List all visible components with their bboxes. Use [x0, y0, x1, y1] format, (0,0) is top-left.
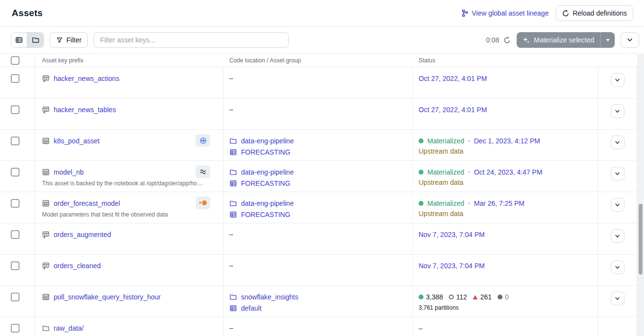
- materialized-dot-icon: [419, 138, 423, 143]
- table-plus-icon: [42, 75, 50, 82]
- scrollbar-track[interactable]: [637, 54, 644, 336]
- materialize-options-button[interactable]: [600, 32, 615, 48]
- view-global-asset-lineage-link[interactable]: View global asset lineage: [462, 9, 549, 17]
- asset-group-icon: [229, 304, 237, 312]
- asset-group-icon: [229, 148, 237, 156]
- row-expand-button[interactable]: [611, 73, 624, 87]
- row-expand-button[interactable]: [611, 229, 624, 243]
- table-icon: [42, 168, 50, 176]
- reload-definitions-button[interactable]: Reload definitions: [556, 5, 633, 21]
- code-location-link[interactable]: snowflake_insights: [229, 292, 406, 302]
- column-header-status: Status: [413, 57, 598, 64]
- compute-kind-badge: [196, 165, 210, 178]
- asset-link[interactable]: orders_augmented: [54, 231, 111, 238]
- table-row: model_nb This asset is backed by the not…: [0, 161, 637, 192]
- table-row: orders_cleaned – Nov 7, 2023, 7:04 PM: [0, 255, 637, 286]
- sparkle-icon: [523, 36, 530, 44]
- toolbar-expand-button[interactable]: [621, 32, 639, 48]
- row-checkbox[interactable]: [11, 105, 20, 114]
- table-row: hacker_news_tables – Oct 27, 2022, 4:01 …: [0, 99, 637, 130]
- materialize-selected-button[interactable]: Materialize selected: [517, 32, 600, 48]
- view-folders-icon: [32, 36, 40, 44]
- materialized-dot-icon: [419, 295, 423, 299]
- lineage-icon: [462, 9, 468, 17]
- noteable-icon: [199, 168, 207, 175]
- row-checkbox[interactable]: [11, 324, 20, 333]
- asset-link[interactable]: hacker_news_actions: [54, 75, 120, 82]
- scrollbar-thumb[interactable]: [639, 204, 643, 275]
- materialized-dot-icon: [419, 201, 423, 206]
- asset-group-link[interactable]: FORECASTING: [229, 178, 406, 188]
- asset-link[interactable]: orders_cleaned: [54, 262, 101, 270]
- row-checkbox[interactable]: [11, 293, 20, 301]
- materialization-date-link[interactable]: Oct 24, 2023, 4:47 PM: [474, 168, 542, 176]
- row-expand-button[interactable]: [611, 198, 624, 212]
- row-checkbox[interactable]: [11, 261, 20, 270]
- table-icon: [42, 137, 50, 145]
- chevron-down-icon: [627, 38, 633, 42]
- materialization-date-link[interactable]: Dec 1, 2023, 4:12 PM: [474, 137, 540, 145]
- materialization-date-link[interactable]: Oct 27, 2022, 4:01 PM: [419, 106, 487, 114]
- assets-table: Asset key prefix Code location / Asset g…: [0, 53, 637, 336]
- upstream-data-note: Upstream data: [419, 178, 592, 186]
- caret-down-icon: [606, 39, 610, 41]
- row-expand-button[interactable]: [611, 136, 624, 149]
- materialized-dot-icon: [419, 170, 423, 175]
- row-checkbox[interactable]: [11, 199, 20, 208]
- jupyter-icon: [199, 200, 207, 205]
- funnel-icon: [56, 37, 63, 43]
- row-expand-button[interactable]: [611, 104, 624, 118]
- asset-description: This asset is backed by the notebook at …: [42, 180, 210, 187]
- list-view-button[interactable]: [11, 33, 27, 47]
- materialization-date-link[interactable]: Mar 26, 7:25 PM: [474, 199, 524, 207]
- asset-group-link[interactable]: FORECASTING: [229, 210, 406, 219]
- row-expand-button[interactable]: [611, 167, 624, 180]
- select-all-checkbox[interactable]: [11, 56, 20, 65]
- missing-count: 0: [498, 293, 509, 301]
- upstream-data-note: Upstream data: [419, 147, 592, 155]
- compute-kind-badge: [196, 197, 210, 209]
- asset-link[interactable]: raw_data/: [54, 324, 83, 332]
- folder-icon: [229, 168, 237, 176]
- column-header-asset: Asset key prefix: [35, 57, 223, 64]
- refresh-icon: [562, 10, 569, 17]
- materialization-date-link[interactable]: Oct 27, 2022, 4:01 PM: [419, 75, 487, 82]
- asset-link[interactable]: hacker_news_tables: [54, 106, 116, 114]
- row-checkbox[interactable]: [11, 137, 20, 145]
- status-label: Materialized: [427, 168, 464, 176]
- materialization-date-link[interactable]: Nov 7, 2023, 7:04 PM: [419, 262, 484, 270]
- materialize-split-button: Materialize selected: [517, 32, 615, 48]
- materialization-date-link[interactable]: Nov 7, 2023, 7:04 PM: [419, 231, 484, 238]
- row-expand-button[interactable]: [611, 292, 624, 305]
- row-expand-button[interactable]: [611, 260, 624, 274]
- code-location-link[interactable]: data-eng-pipeline: [229, 198, 406, 208]
- row-checkbox[interactable]: [11, 168, 20, 177]
- asset-link[interactable]: poll_snowflake_query_history_hour: [54, 293, 161, 301]
- refresh-timer: 0:08: [486, 36, 499, 44]
- kubernetes-icon: [200, 137, 207, 144]
- dot-separator: [468, 171, 470, 173]
- search-input[interactable]: [94, 32, 289, 48]
- asset-link[interactable]: k8s_pod_asset: [54, 137, 100, 145]
- asset-group-link[interactable]: FORECASTING: [229, 147, 406, 157]
- code-location-link[interactable]: data-eng-pipeline: [229, 136, 406, 146]
- filter-button[interactable]: Filter: [50, 32, 88, 48]
- table-row: hacker_news_actions – Oct 27, 2022, 4:01…: [0, 67, 637, 99]
- empty-value: –: [229, 74, 233, 82]
- folder-icon: [42, 324, 50, 332]
- observed-count: 112: [449, 293, 467, 301]
- asset-link[interactable]: model_nb: [54, 168, 84, 176]
- row-checkbox[interactable]: [11, 74, 20, 83]
- table-icon: [42, 293, 50, 301]
- row-checkbox[interactable]: [11, 230, 20, 239]
- view-toggle: [11, 32, 44, 48]
- status-label: Materialized: [427, 137, 464, 145]
- refresh-now-button[interactable]: [503, 37, 511, 44]
- folder-view-button[interactable]: [27, 33, 43, 47]
- asset-group-link[interactable]: default: [229, 303, 406, 313]
- missing-dot-icon: [498, 295, 503, 299]
- asset-link[interactable]: order_forecast_model: [54, 199, 120, 207]
- code-location-link[interactable]: data-eng-pipeline: [229, 167, 406, 177]
- table-plus-icon: [42, 262, 50, 270]
- table-row: k8s_pod_asset data-eng-pipeline: [0, 130, 637, 161]
